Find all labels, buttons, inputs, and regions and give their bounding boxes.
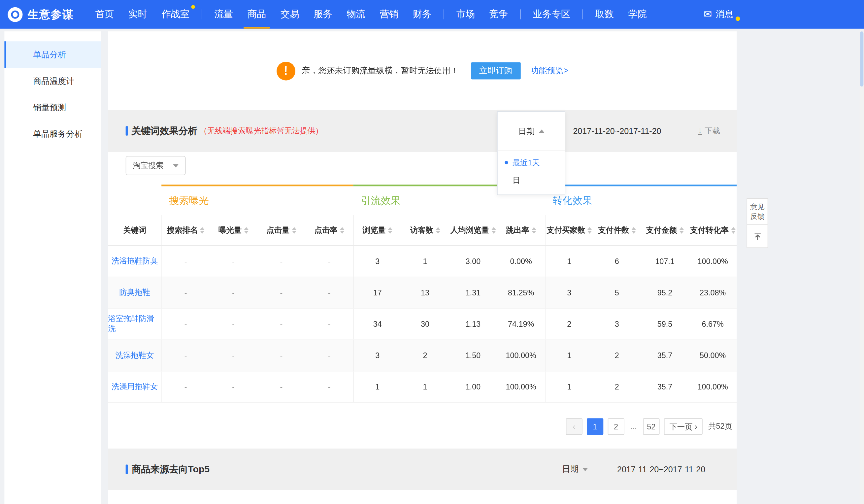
date-dropdown-trigger[interactable]: 日期 (498, 112, 565, 151)
nav-item-war-room[interactable]: 作战室 (154, 0, 197, 29)
column-label: 搜索排名 (167, 225, 198, 235)
page-button-52[interactable]: 52 (643, 418, 659, 435)
mail-icon: ✉ (704, 9, 712, 19)
sidebar-item-single-product-analysis[interactable]: 单品分析 (4, 41, 101, 68)
column-label: 跳出率 (506, 225, 529, 235)
feedback-button[interactable]: 意见 反馈 (747, 199, 768, 225)
channel-select-value: 淘宝搜索 (133, 161, 163, 171)
value-cell: 23.08% (689, 277, 736, 308)
messages-button[interactable]: ✉ 消息 (704, 9, 740, 20)
sort-icon[interactable] (731, 227, 735, 233)
table-row: 洗浴拖鞋防臭----313.000.00%16107.1100.00% (108, 246, 736, 277)
value-cell: 3 (353, 246, 401, 277)
sort-icon[interactable] (491, 227, 495, 233)
nav-item-market[interactable]: 市场 (449, 0, 482, 29)
prev-page-button: ‹ (566, 418, 582, 435)
table-body: 洗浴拖鞋防臭----313.000.00%16107.1100.00%防臭拖鞋-… (108, 246, 736, 403)
value-cell: 5 (593, 277, 641, 308)
column-label: 点击量 (266, 225, 289, 235)
column-header[interactable]: 点击率 (305, 215, 353, 245)
table-row: 防臭拖鞋----17131.3181.25%3595.223.08% (108, 277, 736, 309)
value-cell: 3 (353, 340, 401, 371)
column-header[interactable]: 浏览量 (353, 215, 401, 245)
table-row: 洗澡拖鞋女----321.50100.00%1235.750.00% (108, 340, 736, 371)
sort-icon[interactable] (587, 227, 592, 233)
sidebar-item-sales-forecast[interactable]: 销量预测 (4, 94, 101, 121)
value-cell: 100.00% (497, 371, 545, 402)
sort-icon[interactable] (339, 227, 344, 233)
back-to-top-button[interactable] (747, 225, 768, 248)
nav-item-business-zone[interactable]: 业务专区 (526, 0, 577, 29)
column-label: 支付买家数 (547, 225, 585, 235)
column-header[interactable]: 跳出率 (497, 215, 545, 245)
date-option-recent-1-day[interactable]: 最近1天 (498, 154, 565, 171)
value-cell: - (257, 246, 305, 277)
page-scrollbar[interactable] (860, 29, 864, 504)
nav-item-service[interactable]: 服务 (306, 0, 339, 29)
sidebar-item-single-product-service-analysis[interactable]: 单品服务分析 (4, 121, 101, 147)
value-cell: - (161, 340, 209, 371)
sort-icon[interactable] (292, 227, 296, 233)
source-date-dropdown[interactable]: 日期 (562, 448, 588, 490)
nav-item-trade[interactable]: 交易 (273, 0, 306, 29)
column-header[interactable]: 支付转化率 (689, 215, 736, 245)
sort-icon[interactable] (631, 227, 636, 233)
next-page-button[interactable]: 下一页 › (664, 418, 703, 435)
value-cell: 17 (353, 277, 401, 308)
brand[interactable]: 生意参谋 (0, 7, 88, 22)
nav-item-home[interactable]: 首页 (88, 0, 121, 29)
order-now-button[interactable]: 立即订购 (471, 62, 520, 80)
column-header[interactable]: 访客数 (401, 215, 449, 245)
sort-up-arrow (388, 227, 392, 229)
value-cell: 107.1 (641, 246, 689, 277)
page-button-1[interactable]: 1 (587, 418, 603, 435)
nav-item-finance[interactable]: 财务 (406, 0, 439, 29)
keyword-link[interactable]: 洗澡用拖鞋女 (111, 382, 158, 392)
sort-icon[interactable] (436, 227, 440, 233)
download-button[interactable]: ↓ 下载 (698, 110, 720, 152)
keyword-link[interactable]: 洗浴拖鞋防臭 (111, 256, 158, 266)
sort-icon[interactable] (388, 227, 392, 233)
nav-item-academy[interactable]: 学院 (621, 0, 654, 29)
keyword-link[interactable]: 洗澡拖鞋女 (116, 350, 154, 360)
value-cell: - (257, 309, 305, 339)
value-cell: - (209, 277, 257, 308)
column-header[interactable]: 曝光量 (209, 215, 257, 245)
sidebar-item-product-thermometer[interactable]: 商品温度计 (4, 68, 101, 94)
sort-icon[interactable] (244, 227, 248, 233)
page-total: 共52页 (708, 421, 732, 431)
keyword-link[interactable]: 浴室拖鞋防滑洗 (108, 314, 161, 334)
column-header[interactable]: 人均浏览量 (449, 215, 497, 245)
keyword-link[interactable]: 防臭拖鞋 (119, 288, 150, 298)
column-header[interactable]: 支付金额 (641, 215, 689, 245)
page-button-2[interactable]: 2 (608, 418, 624, 435)
title-accent-bar (126, 126, 128, 135)
sort-down-arrow (491, 231, 495, 233)
nav-item-realtime[interactable]: 实时 (121, 0, 154, 29)
sort-up-arrow (436, 227, 440, 229)
value-cell: 35.7 (641, 340, 689, 371)
nav-item-data-fetch[interactable]: 取数 (588, 0, 621, 29)
value-cell: 3 (545, 277, 593, 308)
channel-select[interactable]: 淘宝搜索 (126, 156, 186, 175)
nav-item-logistics[interactable]: 物流 (339, 0, 372, 29)
feature-preview-link[interactable]: 功能预览> (530, 66, 568, 76)
nav-item-traffic[interactable]: 流量 (207, 0, 240, 29)
value-cell: 34 (353, 309, 401, 339)
value-cell: - (209, 309, 257, 339)
column-header[interactable]: 支付买家数 (545, 215, 593, 245)
column-header[interactable]: 点击量 (257, 215, 305, 245)
nav-item-competition[interactable]: 竞争 (482, 0, 515, 29)
column-header[interactable]: 搜索排名 (161, 215, 209, 245)
column-header[interactable]: 支付件数 (593, 215, 641, 245)
sort-icon[interactable] (679, 227, 683, 233)
table-row: 浴室拖鞋防滑洗----34301.1374.19%2359.56.67% (108, 309, 736, 340)
sort-icon[interactable] (200, 227, 204, 233)
source-title-wrap: 商品来源去向Top5 (126, 463, 209, 475)
date-option-day[interactable]: 日 (498, 171, 565, 189)
nav-item-product[interactable]: 商品 (240, 0, 273, 29)
nav-item-marketing[interactable]: 营销 (373, 0, 406, 29)
sort-icon[interactable] (531, 227, 536, 233)
scrollbar-thumb[interactable] (860, 31, 863, 86)
column-label: 关键词 (123, 225, 146, 235)
